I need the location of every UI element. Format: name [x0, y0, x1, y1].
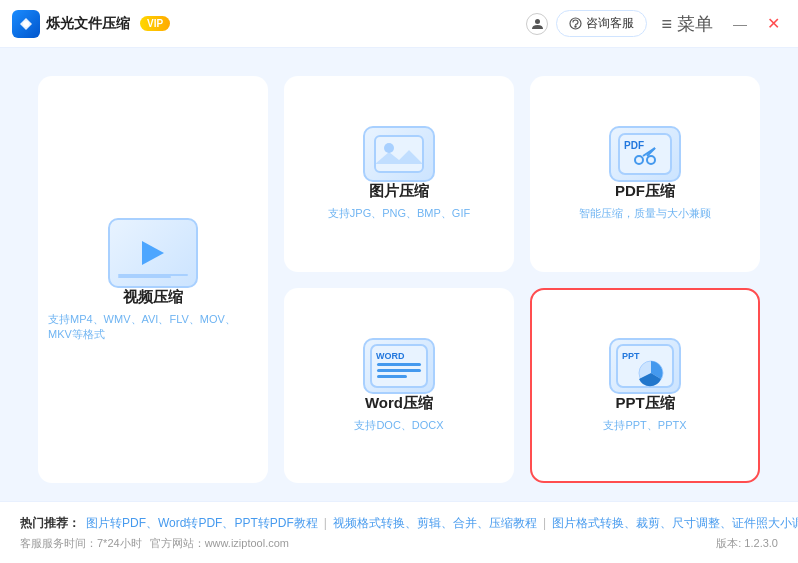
word-card-subtitle: 支持DOC、DOCX — [354, 418, 443, 433]
menu-button[interactable]: ≡ 菜单 — [655, 12, 719, 36]
svg-point-1 — [535, 19, 540, 24]
ppt-card-subtitle: 支持PPT、PPTX — [603, 418, 686, 433]
svg-text:WORD: WORD — [376, 351, 405, 361]
video-card[interactable]: 视频压缩 支持MP4、WMV、AVI、FLV、MOV、MKV等格式 — [38, 76, 268, 483]
svg-rect-16 — [377, 375, 407, 378]
hot-link-1[interactable]: 视频格式转换、剪辑、合并、压缩教程 — [333, 515, 537, 532]
svg-rect-15 — [377, 369, 421, 372]
svg-point-0 — [23, 21, 29, 27]
logo-area: 烁光文件压缩 VIP — [12, 10, 170, 38]
play-triangle-icon — [142, 241, 164, 265]
website: 官方网站：www.iziptool.com — [150, 536, 289, 551]
pdf-icon: PDF — [609, 126, 681, 182]
image-card-title: 图片压缩 — [369, 182, 429, 201]
image-card-subtitle: 支持JPG、PNG、BMP、GIF — [328, 206, 470, 221]
footer-service-info: 客服服务时间：7*24小时 官方网站：www.iziptool.com — [20, 536, 289, 551]
svg-rect-14 — [377, 363, 421, 366]
title-bar-actions: 咨询客服 ≡ 菜单 — ✕ — [526, 10, 786, 37]
ppt-card-title: PPT压缩 — [615, 394, 674, 413]
title-bar: 烁光文件压缩 VIP 咨询客服 ≡ 菜单 — ✕ — [0, 0, 798, 48]
svg-text:PDF: PDF — [624, 140, 644, 151]
svg-text:PPT: PPT — [622, 351, 640, 361]
pdf-card-title: PDF压缩 — [615, 182, 675, 201]
main-content: 视频压缩 支持MP4、WMV、AVI、FLV、MOV、MKV等格式 图片压缩 支… — [0, 48, 798, 563]
word-icon: WORD — [363, 338, 435, 394]
vip-badge: VIP — [140, 16, 170, 31]
app-name: 烁光文件压缩 — [46, 15, 130, 33]
video-icon — [108, 218, 198, 288]
image-icon — [363, 126, 435, 182]
hot-link-2[interactable]: 图片格式转换、裁剪、尺寸调整、证件照大小调整 — [552, 515, 798, 532]
ppt-card[interactable]: PPT PPT压缩 支持PPT、PPTX — [530, 288, 760, 484]
svg-point-3 — [575, 26, 576, 27]
hot-link-0[interactable]: 图片转PDF、Word转PDF、PPT转PDF教程 — [86, 515, 318, 532]
pdf-card-subtitle: 智能压缩，质量与大小兼顾 — [579, 206, 711, 221]
word-card-title: Word压缩 — [365, 394, 433, 413]
svg-rect-4 — [375, 136, 423, 172]
footer-hot-links: 热门推荐： 图片转PDF、Word转PDF、PPT转PDF教程 | 视频格式转换… — [20, 515, 778, 532]
hot-label: 热门推荐： — [20, 515, 80, 532]
footer: 热门推荐： 图片转PDF、Word转PDF、PPT转PDF教程 | 视频格式转换… — [0, 501, 798, 563]
support-button[interactable]: 咨询客服 — [556, 10, 647, 37]
user-icon[interactable] — [526, 13, 548, 35]
minimize-button[interactable]: — — [727, 16, 753, 32]
cards-grid: 视频压缩 支持MP4、WMV、AVI、FLV、MOV、MKV等格式 图片压缩 支… — [0, 48, 798, 501]
video-lines — [118, 274, 188, 278]
video-card-subtitle: 支持MP4、WMV、AVI、FLV、MOV、MKV等格式 — [48, 312, 258, 342]
footer-bottom: 客服服务时间：7*24小时 官方网站：www.iziptool.com 版本: … — [20, 536, 778, 551]
version-label: 版本: 1.2.3.0 — [716, 536, 778, 551]
svg-point-5 — [384, 143, 394, 153]
pdf-card[interactable]: PDF PDF压缩 智能压缩，质量与大小兼顾 — [530, 76, 760, 272]
ppt-icon: PPT — [609, 338, 681, 394]
close-button[interactable]: ✕ — [761, 14, 786, 33]
video-card-title: 视频压缩 — [123, 288, 183, 307]
app-logo-icon — [12, 10, 40, 38]
service-time: 客服服务时间：7*24小时 — [20, 536, 142, 551]
support-label: 咨询客服 — [586, 15, 634, 32]
word-card[interactable]: WORD Word压缩 支持DOC、DOCX — [284, 288, 514, 484]
image-card[interactable]: 图片压缩 支持JPG、PNG、BMP、GIF — [284, 76, 514, 272]
